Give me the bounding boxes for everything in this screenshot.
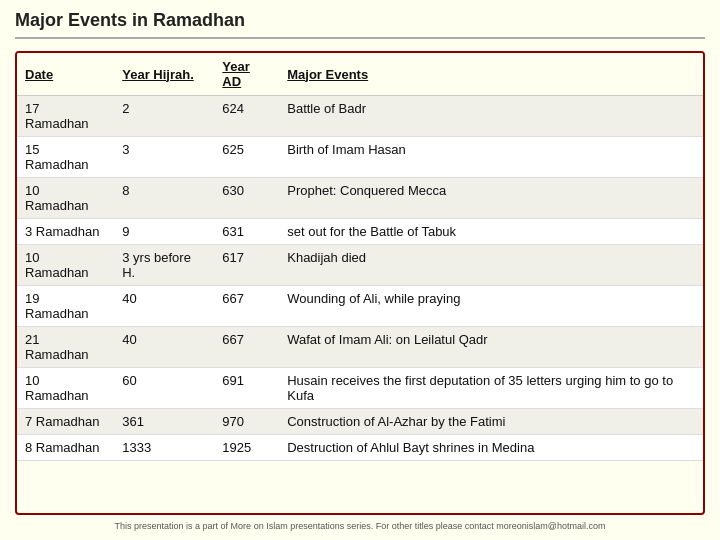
events-table: Date Year Hijrah. Year AD Major Events 1…	[17, 53, 703, 461]
table-cell: 2	[114, 96, 214, 137]
table-cell: 691	[214, 368, 279, 409]
table-cell: 624	[214, 96, 279, 137]
table-cell: 10 Ramadhan	[17, 178, 114, 219]
table-cell: 625	[214, 137, 279, 178]
col-header-events: Major Events	[279, 53, 703, 96]
table-cell: 617	[214, 245, 279, 286]
table-cell: Wounding of Ali, while praying	[279, 286, 703, 327]
table-cell: 40	[114, 286, 214, 327]
table-wrapper: Date Year Hijrah. Year AD Major Events 1…	[15, 51, 705, 515]
table-cell: Birth of Imam Hasan	[279, 137, 703, 178]
footer-text: This presentation is a part of More on I…	[15, 521, 705, 535]
table-cell: 10 Ramadhan	[17, 245, 114, 286]
table-cell: 8	[114, 178, 214, 219]
table-cell: 9	[114, 219, 214, 245]
table-row: 3 Ramadhan9631set out for the Battle of …	[17, 219, 703, 245]
table-cell: 667	[214, 286, 279, 327]
table-header-row: Date Year Hijrah. Year AD Major Events	[17, 53, 703, 96]
table-row: 19 Ramadhan40667Wounding of Ali, while p…	[17, 286, 703, 327]
table-cell: 21 Ramadhan	[17, 327, 114, 368]
table-cell: 60	[114, 368, 214, 409]
table-cell: 1925	[214, 435, 279, 461]
table-cell: Wafat of Imam Ali: on Leilatul Qadr	[279, 327, 703, 368]
table-cell: 3 Ramadhan	[17, 219, 114, 245]
table-row: 21 Ramadhan40667Wafat of Imam Ali: on Le…	[17, 327, 703, 368]
page-container: Major Events in Ramadhan Date Year Hijra…	[0, 0, 720, 540]
col-header-date: Date	[17, 53, 114, 96]
table-cell: 1333	[114, 435, 214, 461]
table-cell: Battle of Badr	[279, 96, 703, 137]
table-cell: Khadijah died	[279, 245, 703, 286]
table-row: 8 Ramadhan13331925Destruction of Ahlul B…	[17, 435, 703, 461]
divider	[15, 37, 705, 39]
table-cell: 631	[214, 219, 279, 245]
table-cell: 15 Ramadhan	[17, 137, 114, 178]
table-cell: 3	[114, 137, 214, 178]
table-row: 10 Ramadhan3 yrs before H.617Khadijah di…	[17, 245, 703, 286]
table-cell: 19 Ramadhan	[17, 286, 114, 327]
table-cell: 667	[214, 327, 279, 368]
table-row: 10 Ramadhan8630Prophet: Conquered Mecca	[17, 178, 703, 219]
table-cell: Prophet: Conquered Mecca	[279, 178, 703, 219]
table-cell: 17 Ramadhan	[17, 96, 114, 137]
table-cell: Destruction of Ahlul Bayt shrines in Med…	[279, 435, 703, 461]
page-title: Major Events in Ramadhan	[15, 10, 705, 31]
table-row: 7 Ramadhan361970Construction of Al-Azhar…	[17, 409, 703, 435]
table-cell: 40	[114, 327, 214, 368]
table-cell: 361	[114, 409, 214, 435]
col-header-year-ad: Year AD	[214, 53, 279, 96]
col-header-hijrah: Year Hijrah.	[114, 53, 214, 96]
table-cell: 7 Ramadhan	[17, 409, 114, 435]
table-row: 10 Ramadhan60691Husain receives the firs…	[17, 368, 703, 409]
table-row: 15 Ramadhan3625Birth of Imam Hasan	[17, 137, 703, 178]
table-cell: set out for the Battle of Tabuk	[279, 219, 703, 245]
table-cell: Husain receives the first deputation of …	[279, 368, 703, 409]
table-cell: 10 Ramadhan	[17, 368, 114, 409]
table-cell: 3 yrs before H.	[114, 245, 214, 286]
table-row: 17 Ramadhan2624Battle of Badr	[17, 96, 703, 137]
table-cell: Construction of Al-Azhar by the Fatimi	[279, 409, 703, 435]
table-body: 17 Ramadhan2624Battle of Badr15 Ramadhan…	[17, 96, 703, 461]
table-cell: 970	[214, 409, 279, 435]
table-cell: 630	[214, 178, 279, 219]
table-cell: 8 Ramadhan	[17, 435, 114, 461]
